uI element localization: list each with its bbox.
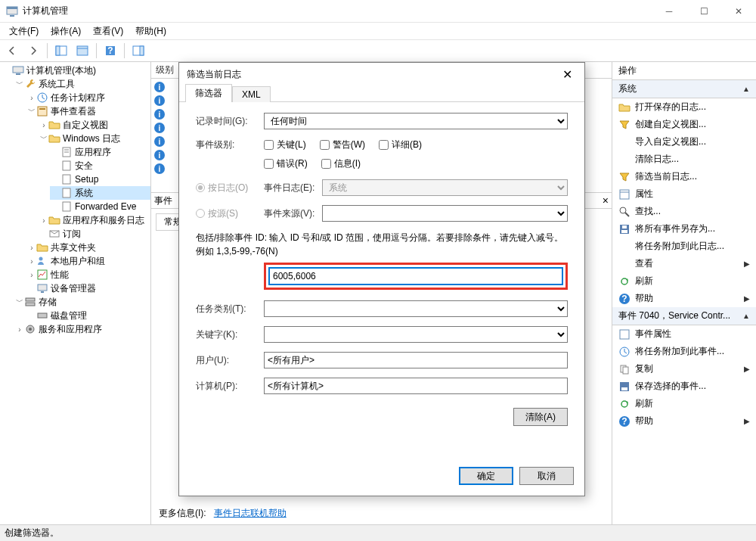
online-help-link[interactable]: 事件日志联机帮助 xyxy=(214,508,287,518)
action-view-submenu[interactable]: 查看▶ xyxy=(612,255,756,272)
task-select[interactable] xyxy=(264,300,568,317)
tree-storage[interactable]: ﹀存储 xyxy=(14,295,150,309)
close-detail-button[interactable]: × xyxy=(603,194,609,207)
action-refresh-event[interactable]: 刷新 xyxy=(612,395,756,412)
wrench-icon xyxy=(24,78,36,90)
tree-forwarded-log[interactable]: Forwarded Eve xyxy=(50,200,150,213)
tree-shared-folders[interactable]: ›共享文件夹 xyxy=(26,241,150,254)
menu-help[interactable]: 帮助(H) xyxy=(129,23,172,39)
chevron-right-icon: ▶ xyxy=(744,294,750,303)
action-pane-button[interactable] xyxy=(129,42,147,60)
help-toolbar-button[interactable]: ? xyxy=(101,42,119,60)
keywords-select[interactable] xyxy=(264,326,568,343)
svg-rect-14 xyxy=(38,107,47,116)
show-hide-tree-button[interactable] xyxy=(52,42,70,60)
action-copy[interactable]: 复制▶ xyxy=(612,360,756,378)
tree-setup-log[interactable]: Setup xyxy=(50,173,150,186)
actions-pane: 操作 系统 ▲ 打开保存的日志... 创建自定义视图... 导入自定义视图...… xyxy=(612,62,756,524)
refresh-icon xyxy=(618,398,631,410)
tree-custom-views[interactable]: ›自定义视图 xyxy=(38,118,150,132)
actions-pane-title: 操作 xyxy=(612,62,756,80)
action-import-custom-view[interactable]: 导入自定义视图... xyxy=(612,133,756,151)
action-help-event[interactable]: ?帮助▶ xyxy=(612,412,756,430)
actions-group-system[interactable]: 系统 ▲ xyxy=(612,80,756,98)
logged-select[interactable]: 任何时间 xyxy=(264,113,568,129)
eventsource-select[interactable] xyxy=(322,205,568,222)
user-input[interactable] xyxy=(264,352,568,368)
action-open-saved-log[interactable]: 打开保存的日志... xyxy=(612,98,756,116)
cancel-button[interactable]: 取消 xyxy=(519,467,574,485)
status-text: 创建筛选器。 xyxy=(5,527,59,539)
computer-input[interactable] xyxy=(264,378,568,394)
action-event-properties[interactable]: 事件属性 xyxy=(612,325,756,343)
minimize-button[interactable]: ─ xyxy=(652,0,686,23)
tree-apps-services-logs[interactable]: ›应用程序和服务日志 xyxy=(38,213,150,227)
svg-text:?: ? xyxy=(621,294,627,304)
tree-pane[interactable]: ▾ 计算机管理(本地) ﹀ 系统工具 ›任务计划程序 xyxy=(0,62,151,524)
svg-text:?: ? xyxy=(621,416,627,427)
svg-rect-15 xyxy=(39,108,45,110)
level-label: 事件级别: xyxy=(196,138,256,151)
tree-performance[interactable]: ›性能 xyxy=(26,268,150,281)
svg-rect-22 xyxy=(63,202,70,211)
col-level[interactable]: 级别 xyxy=(151,62,181,78)
save-icon xyxy=(618,381,631,393)
log-icon xyxy=(60,187,73,199)
tab-xml[interactable]: XML xyxy=(232,86,271,102)
back-button[interactable] xyxy=(3,42,21,60)
chk-error[interactable]: 错误(R) xyxy=(264,157,308,170)
action-clear-log[interactable]: 清除日志... xyxy=(612,151,756,168)
tree-local-users[interactable]: ›本地用户和组 xyxy=(26,254,150,268)
log-icon xyxy=(60,160,73,172)
action-find[interactable]: 查找... xyxy=(612,203,756,220)
chk-verbose[interactable]: 详细(B) xyxy=(379,138,422,151)
event-id-desc: 包括/排除事件 ID: 输入 ID 号和/或 ID 范围，使用逗号分隔。若要排除… xyxy=(196,231,568,258)
maximize-button[interactable]: ☐ xyxy=(686,0,721,23)
tree-security-log[interactable]: 安全 xyxy=(50,159,150,173)
tree-system-tools[interactable]: ﹀ 系统工具 xyxy=(14,77,150,91)
action-properties[interactable]: 属性 xyxy=(612,185,756,203)
menu-action[interactable]: 操作(A) xyxy=(45,23,87,39)
tree-disk-management[interactable]: 磁盘管理 xyxy=(26,309,150,322)
svg-rect-38 xyxy=(621,230,627,233)
tree-device-manager[interactable]: 设备管理器 xyxy=(26,281,150,295)
forward-button[interactable] xyxy=(24,42,42,60)
tree-event-viewer[interactable]: ﹀事件查看器 xyxy=(26,104,150,118)
info-icon: i xyxy=(154,163,165,174)
actions-group-event[interactable]: 事件 7040，Service Contr... ▲ xyxy=(612,307,756,325)
chk-info[interactable]: 信息(I) xyxy=(321,157,361,170)
action-attach-task-event[interactable]: 将任务附加到此事件... xyxy=(612,343,756,360)
action-save-all-events[interactable]: 将所有事件另存为... xyxy=(612,220,756,238)
chk-warning[interactable]: 警告(W) xyxy=(320,138,365,151)
svg-rect-20 xyxy=(63,175,70,184)
action-filter-current-log[interactable]: 筛选当前日志... xyxy=(612,168,756,185)
svg-text:?: ? xyxy=(107,45,113,56)
properties-button[interactable] xyxy=(73,42,91,60)
find-icon xyxy=(618,206,631,218)
action-refresh[interactable]: 刷新 xyxy=(612,272,756,290)
dialog-close-button[interactable]: ✕ xyxy=(558,66,577,83)
info-icon: i xyxy=(154,136,165,147)
action-create-custom-view[interactable]: 创建自定义视图... xyxy=(612,116,756,133)
action-attach-task[interactable]: 将任务附加到此日志... xyxy=(612,238,756,255)
clear-button[interactable]: 清除(A) xyxy=(513,408,568,426)
action-save-selected[interactable]: 保存选择的事件... xyxy=(612,378,756,395)
toolbar: ? xyxy=(0,39,756,62)
action-help[interactable]: ?帮助▶ xyxy=(612,290,756,307)
tree-services-apps[interactable]: ›服务和应用程序 xyxy=(14,322,150,336)
tab-filter[interactable]: 筛选器 xyxy=(185,84,232,102)
tree-task-scheduler[interactable]: ›任务计划程序 xyxy=(26,91,150,104)
ok-button[interactable]: 确定 xyxy=(459,467,513,485)
tree-system-log[interactable]: 系统 xyxy=(50,186,150,200)
svg-rect-11 xyxy=(13,67,23,73)
tree-windows-logs[interactable]: ﹀Windows 日志 xyxy=(38,132,150,145)
tree-root[interactable]: ▾ 计算机管理(本地) xyxy=(2,64,150,77)
menu-file[interactable]: 文件(F) xyxy=(3,23,45,39)
event-id-highlight xyxy=(264,263,568,290)
event-id-input[interactable] xyxy=(269,268,562,284)
tree-app-log[interactable]: 应用程序 xyxy=(50,145,150,159)
close-button[interactable]: ✕ xyxy=(721,0,756,23)
menu-view[interactable]: 查看(V) xyxy=(87,23,129,39)
chk-critical[interactable]: 关键(L) xyxy=(264,138,306,151)
tree-subscriptions[interactable]: 订阅 xyxy=(38,227,150,241)
